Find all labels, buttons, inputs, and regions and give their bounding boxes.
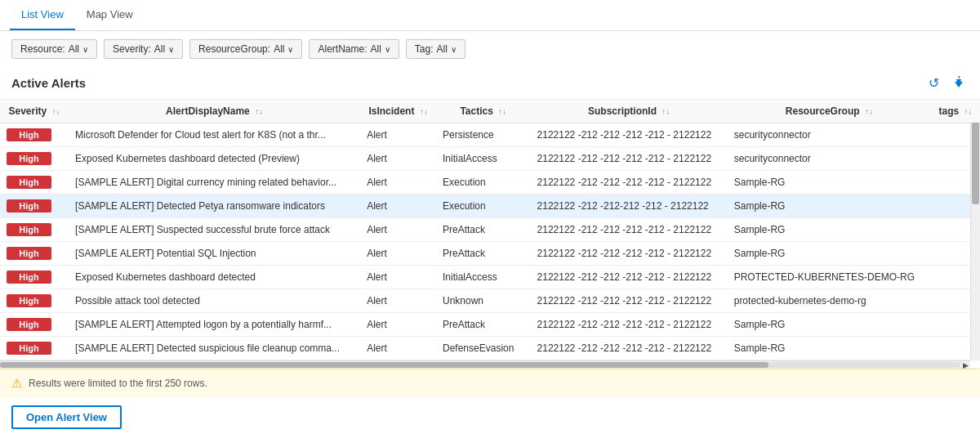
alerts-table: Severity ↑↓ AlertDisplayName ↑↓ IsIncide… bbox=[0, 100, 980, 360]
filter-tag[interactable]: Tag: All ∨ bbox=[406, 39, 466, 59]
cell-resourcegroup: Sample-RG bbox=[728, 337, 931, 360]
cell-resourcegroup: Sample-RG bbox=[728, 218, 931, 242]
table-row[interactable]: High[SAMPLE ALERT] Digital currency mini… bbox=[0, 171, 980, 195]
severity-badge: High bbox=[7, 223, 51, 236]
cell-tactics: InitialAccess bbox=[436, 266, 531, 289]
cell-resourcegroup: PROTECTED-KUBERNETES-DEMO-RG bbox=[728, 266, 931, 289]
table-row[interactable]: HighExposed Kubernetes dashboard detecte… bbox=[0, 147, 980, 171]
sort-icon: ↑↓ bbox=[52, 107, 60, 116]
severity-badge: High bbox=[7, 271, 51, 284]
col-isincident[interactable]: IsIncident ↑↓ bbox=[360, 100, 436, 123]
pin-icon bbox=[952, 75, 965, 88]
filter-resourcegroup[interactable]: ResourceGroup: All ∨ bbox=[189, 39, 302, 59]
col-alertdisplayname[interactable]: AlertDisplayName ↑↓ bbox=[69, 100, 360, 123]
cell-severity: High bbox=[0, 313, 69, 337]
cell-severity: High bbox=[0, 289, 69, 313]
cell-alertdisplayname: Exposed Kubernetes dashboard detected (P… bbox=[69, 147, 360, 171]
col-resourcegroup[interactable]: ResourceGroup ↑↓ bbox=[728, 100, 931, 123]
warning-text: Results were limited to the first 250 ro… bbox=[29, 378, 207, 389]
cell-isincident: Alert bbox=[360, 337, 436, 360]
severity-badge: High bbox=[7, 342, 51, 355]
severity-badge: High bbox=[7, 199, 51, 213]
filter-resource[interactable]: Resource: All ∨ bbox=[11, 39, 97, 59]
sort-icon: ↑↓ bbox=[255, 107, 263, 116]
cell-isincident: Alert bbox=[360, 171, 436, 195]
open-alert-view-button[interactable]: Open Alert View bbox=[11, 405, 122, 429]
table-row[interactable]: High[SAMPLE ALERT] Potential SQL Injecti… bbox=[0, 242, 980, 266]
cell-isincident: Alert bbox=[360, 195, 436, 218]
cell-isincident: Alert bbox=[360, 147, 436, 171]
table-row[interactable]: HighExposed Kubernetes dashboard detecte… bbox=[0, 266, 980, 289]
cell-severity: High bbox=[0, 147, 69, 171]
cell-resourcegroup: Sample-RG bbox=[728, 313, 931, 337]
sort-icon: ↑↓ bbox=[498, 107, 506, 116]
cell-tactics: Execution bbox=[436, 195, 531, 218]
cell-severity: High bbox=[0, 171, 69, 195]
cell-resourcegroup: securityconnector bbox=[728, 147, 931, 171]
cell-severity: High bbox=[0, 218, 69, 242]
footer-action-bar: Open Alert View bbox=[0, 397, 980, 434]
cell-alertdisplayname: Possible attack tool detected bbox=[69, 289, 360, 313]
filter-bar: Resource: All ∨ Severity: All ∨ Resource… bbox=[0, 31, 980, 67]
cell-tactics: InitialAccess bbox=[436, 147, 531, 171]
cell-alertdisplayname: Microsoft Defender for Cloud test alert … bbox=[69, 123, 360, 147]
section-title: Active Alerts bbox=[11, 76, 86, 90]
severity-badge: High bbox=[7, 176, 51, 189]
severity-badge: High bbox=[7, 128, 51, 141]
tab-map-view[interactable]: Map View bbox=[75, 0, 145, 30]
col-subscriptionid[interactable]: SubscriptionId ↑↓ bbox=[531, 100, 728, 123]
col-tags[interactable]: tags ↑↓ bbox=[931, 100, 980, 123]
cell-alertdisplayname: [SAMPLE ALERT] Suspected successful brut… bbox=[69, 218, 360, 242]
chevron-icon: ∨ bbox=[168, 45, 174, 54]
col-tactics[interactable]: Tactics ↑↓ bbox=[436, 100, 531, 123]
chevron-icon: ∨ bbox=[385, 45, 390, 54]
cell-subscriptionid: 2122122 -212 -212 -212 -212 - 2122122 bbox=[531, 337, 728, 360]
vertical-scrollbar[interactable] bbox=[970, 100, 980, 360]
severity-badge: High bbox=[7, 247, 51, 260]
cell-subscriptionid: 2122122 -212 -212 -212 -212 - 2122122 bbox=[531, 313, 728, 337]
table-row[interactable]: HighPossible attack tool detectedAlertUn… bbox=[0, 289, 980, 313]
col-severity[interactable]: Severity ↑↓ bbox=[0, 100, 69, 123]
cell-tactics: DefenseEvasion bbox=[436, 337, 531, 360]
cell-isincident: Alert bbox=[360, 266, 436, 289]
cell-subscriptionid: 2122122 -212 -212 -212 -212 - 2122122 bbox=[531, 289, 728, 313]
cell-tactics: Execution bbox=[436, 171, 531, 195]
cell-alertdisplayname: [SAMPLE ALERT] Digital currency mining r… bbox=[69, 171, 360, 195]
chevron-icon: ∨ bbox=[82, 45, 88, 54]
table-row[interactable]: High[SAMPLE ALERT] Attempted logon by a … bbox=[0, 313, 980, 337]
cell-severity: High bbox=[0, 266, 69, 289]
cell-severity: High bbox=[0, 195, 69, 218]
cell-isincident: Alert bbox=[360, 289, 436, 313]
scrollbar-thumb[interactable] bbox=[0, 362, 768, 368]
cell-alertdisplayname: [SAMPLE ALERT] Potential SQL Injection bbox=[69, 242, 360, 266]
cell-alertdisplayname: Exposed Kubernetes dashboard detected bbox=[69, 266, 360, 289]
cell-severity: High bbox=[0, 337, 69, 360]
scrollbar-track bbox=[0, 362, 960, 368]
cell-isincident: Alert bbox=[360, 242, 436, 266]
cell-subscriptionid: 2122122 -212 -212 -212 -212 - 2122122 bbox=[531, 171, 728, 195]
cell-alertdisplayname: [SAMPLE ALERT] Attempted logon by a pote… bbox=[69, 313, 360, 337]
filter-severity[interactable]: Severity: All ∨ bbox=[104, 39, 183, 59]
cell-tactics: PreAttack bbox=[436, 242, 531, 266]
table-row[interactable]: HighMicrosoft Defender for Cloud test al… bbox=[0, 123, 980, 147]
top-tabs-bar: List View Map View bbox=[0, 0, 980, 31]
table-row[interactable]: High[SAMPLE ALERT] Suspected successful … bbox=[0, 218, 980, 242]
table-row[interactable]: High[SAMPLE ALERT] Detected Petya ransom… bbox=[0, 195, 980, 218]
table-row[interactable]: High[SAMPLE ALERT] Detected suspicious f… bbox=[0, 337, 980, 360]
refresh-button[interactable]: ↺ bbox=[925, 74, 942, 92]
table-container[interactable]: Severity ↑↓ AlertDisplayName ↑↓ IsIncide… bbox=[0, 99, 980, 360]
cell-alertdisplayname: [SAMPLE ALERT] Detected Petya ransomware… bbox=[69, 195, 360, 218]
table-header-row: Severity ↑↓ AlertDisplayName ↑↓ IsIncide… bbox=[0, 100, 980, 123]
warning-icon: ⚠ bbox=[11, 376, 22, 391]
cell-isincident: Alert bbox=[360, 313, 436, 337]
pin-button[interactable] bbox=[949, 74, 969, 92]
cell-tactics: Persistence bbox=[436, 123, 531, 147]
chevron-icon: ∨ bbox=[287, 45, 293, 54]
scroll-right-arrow[interactable]: ▶ bbox=[960, 361, 970, 369]
cell-subscriptionid: 2122122 -212 -212 -212 -212 - 2122122 bbox=[531, 242, 728, 266]
tab-list-view[interactable]: List View bbox=[10, 0, 75, 30]
horizontal-scrollbar[interactable]: ▶ bbox=[0, 360, 970, 369]
filter-alertname[interactable]: AlertName: All ∨ bbox=[309, 39, 399, 59]
sort-icon: ↑↓ bbox=[662, 107, 670, 116]
severity-badge: High bbox=[7, 318, 51, 331]
